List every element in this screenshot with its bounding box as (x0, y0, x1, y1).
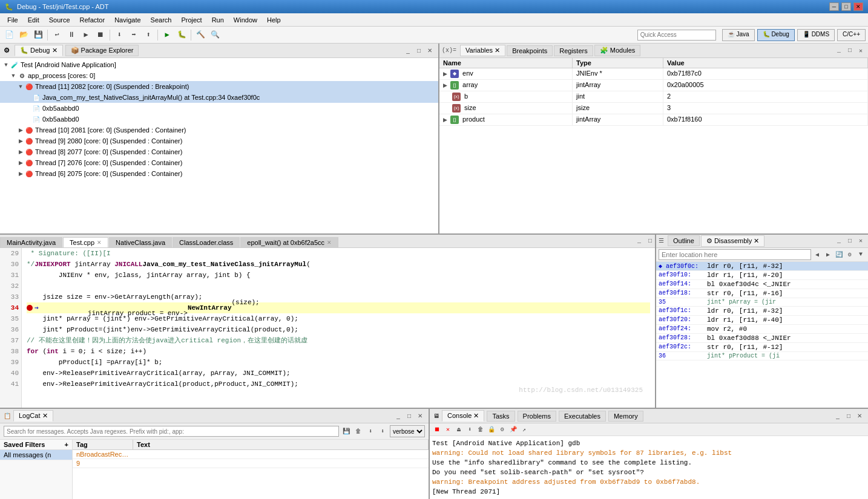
minimize-editor-icon[interactable]: _ (634, 236, 644, 246)
maximize-console-icon[interactable]: □ (844, 411, 853, 421)
logcat-filter-icon[interactable]: ⬇ (378, 426, 387, 436)
logcat-search-input[interactable] (4, 426, 339, 437)
menu-navigate[interactable]: Navigate (110, 15, 145, 25)
debug-resume[interactable]: ▶ (79, 28, 93, 42)
tab-close-icon[interactable]: ✕ (327, 240, 332, 246)
tree-expand-arrow[interactable]: ▶ (17, 138, 24, 144)
maximize-button[interactable]: □ (841, 2, 851, 11)
maximize-outline-icon[interactable]: □ (845, 236, 855, 246)
perspective-cpp[interactable]: C/C++ (837, 29, 866, 41)
minimize-console-icon[interactable]: _ (833, 411, 843, 421)
search-toolbar-button[interactable]: 🔍 (208, 28, 222, 42)
minimize-button[interactable]: ─ (829, 2, 839, 11)
debug-step-into[interactable]: ⬇ (113, 28, 126, 42)
tab-nativeclass[interactable]: NativeClass.java (109, 237, 172, 247)
debug-step-return[interactable]: ↩ (50, 28, 64, 42)
menu-refactor[interactable]: Refactor (75, 15, 110, 25)
logcat-clear-icon[interactable]: 🗑 (353, 426, 363, 436)
disasm-nav-forward[interactable]: ▶ (823, 250, 833, 259)
perspective-debug[interactable]: 🐛 Debug (757, 29, 795, 41)
maximize-editor-icon[interactable]: □ (645, 236, 655, 246)
tree-item-frame-2[interactable]: 📄 0xb5aabbd0 (0, 103, 438, 114)
tree-expand-arrow[interactable]: ▶ (17, 160, 24, 166)
vars-row-array[interactable]: ▶ [] array jintArray 0x20a00005 (439, 80, 868, 91)
tab-testcpp[interactable]: Test.cpp ✕ (63, 237, 108, 247)
disasm-sync-icon[interactable]: 🔄 (834, 250, 844, 259)
minimize-vars-icon[interactable]: _ (834, 46, 844, 56)
debug-tree-view[interactable]: ▼ 🧪 Test [Android Native Application] ▼ … (0, 58, 438, 233)
vars-row-env[interactable]: ▶ ◆ env JNIEnv * 0xb71f87c0 (439, 68, 868, 80)
close-outline-icon[interactable]: ✕ (856, 236, 866, 246)
menu-file[interactable]: File (2, 15, 23, 25)
tab-problems[interactable]: Problems (518, 411, 556, 422)
tab-logcat[interactable]: LogCat ✕ (13, 410, 53, 422)
menu-run[interactable]: Run (207, 15, 229, 25)
window-controls[interactable]: ─ □ ✕ (829, 2, 863, 11)
vars-row-b[interactable]: (x) b jint 2 (439, 91, 868, 103)
row-expand-arrow[interactable]: ▶ (443, 71, 447, 77)
perspective-java[interactable]: ☕ Java (722, 29, 755, 41)
tree-item-thread-10[interactable]: ▶ 🔴 Thread [10] 2081 [core: 0] (Suspende… (0, 125, 438, 135)
tree-item-project[interactable]: ▼ 🧪 Test [Android Native Application] (0, 59, 438, 70)
console-terminate-icon[interactable]: ✕ (443, 425, 453, 434)
tab-outline[interactable]: Outline (668, 235, 700, 246)
console-clear-icon[interactable]: 🗑 (476, 425, 485, 434)
tree-expand-arrow[interactable]: ▶ (17, 171, 24, 177)
console-stop-icon[interactable]: ⏹ (432, 425, 442, 434)
debug-terminate[interactable]: ⏹ (94, 28, 107, 42)
code-content[interactable]: * Signature: ([II)[I */JNIEXPORT jintArr… (22, 248, 655, 408)
tree-item-thread-8[interactable]: ▶ 🔴 Thread [8] 2077 [core: 0] (Suspended… (0, 146, 438, 157)
tree-expand-arrow[interactable]: ▶ (17, 127, 24, 133)
tab-disassembly[interactable]: ⚙ Disassembly ✕ (701, 235, 764, 247)
logcat-save-icon[interactable]: 💾 (341, 426, 351, 436)
new-button[interactable]: 📄 (2, 28, 16, 42)
tab-executables[interactable]: Executables (559, 411, 606, 422)
vars-row-product[interactable]: ▶ [] product jintArray 0xb71f8160 (439, 114, 868, 126)
tab-registers[interactable]: Registers (554, 45, 593, 56)
console-disconnect-icon[interactable]: ⏏ (454, 425, 464, 434)
run-button[interactable]: ▶ (160, 28, 174, 42)
minimize-logcat-icon[interactable]: _ (393, 411, 403, 421)
tree-expand-arrow[interactable]: ▼ (10, 73, 17, 79)
disasm-nav-back[interactable]: ◀ (812, 250, 822, 259)
console-pin-icon[interactable]: 📌 (508, 425, 518, 434)
minimize-outline-icon[interactable]: _ (834, 236, 844, 246)
tab-variables[interactable]: Variables ✕ (460, 45, 505, 56)
add-filter-icon[interactable]: + (65, 441, 68, 448)
disassembly-content[interactable]: ◆ aef30f0c: ldr r0, [r11, #-32] aef30f10… (656, 262, 868, 408)
open-button[interactable]: 📂 (17, 28, 30, 42)
close-button[interactable]: ✕ (853, 2, 863, 11)
maximize-logcat-icon[interactable]: □ (404, 411, 414, 421)
menu-edit[interactable]: Edit (23, 15, 44, 25)
package-explorer-tab[interactable]: 📦 Package Explorer (65, 45, 139, 56)
tree-item-thread-6[interactable]: ▶ 🔴 Thread [6] 2075 [core: 0] (Suspended… (0, 168, 438, 179)
tab-epollwait[interactable]: epoll_wait() at 0xb6f2a5cc ✕ (240, 237, 338, 247)
console-step-icon[interactable]: ⬇ (465, 425, 475, 434)
close-vars-icon[interactable]: ✕ (856, 46, 866, 56)
tree-item-frame-1[interactable]: 📄 Java_com_my_test_NativeClass_jnitArray… (0, 92, 438, 103)
debug-step-return2[interactable]: ⬆ (142, 28, 155, 42)
filter-all-messages[interactable]: All messages (n (0, 450, 72, 460)
tab-mainactivity[interactable]: MainActivity.java (0, 237, 62, 247)
tab-close-icon[interactable]: ✕ (97, 240, 102, 246)
tab-breakpoints[interactable]: Breakpoints (507, 45, 553, 56)
save-button[interactable]: 💾 (31, 28, 45, 42)
tab-tasks[interactable]: Tasks (487, 411, 515, 422)
debug-step-over[interactable]: ➡ (127, 28, 140, 42)
menu-window[interactable]: Window (229, 15, 262, 25)
disasm-settings-icon[interactable]: ⚙ (845, 250, 855, 259)
perspective-ddms[interactable]: 📱 DDMS (797, 29, 835, 41)
tree-item-thread-7[interactable]: ▶ 🔴 Thread [7] 2076 [core: 0] (Suspended… (0, 157, 438, 168)
minimize-panel-icon[interactable]: _ (403, 46, 413, 56)
build-button[interactable]: 🔨 (194, 28, 207, 42)
logcat-scroll-icon[interactable]: ⬇ (366, 426, 375, 436)
maximize-vars-icon[interactable]: □ (845, 46, 855, 56)
close-logcat-icon[interactable]: ✕ (415, 411, 425, 421)
debug-button[interactable]: 🐛 (175, 28, 188, 42)
tree-item-process[interactable]: ▼ ⚙ app_process [cores: 0] (0, 70, 438, 81)
tree-item-thread-9[interactable]: ▶ 🔴 Thread [9] 2080 [core: 0] (Suspended… (0, 135, 438, 146)
tree-expand-arrow[interactable]: ▼ (17, 83, 24, 90)
console-scroll-lock-icon[interactable]: 🔒 (487, 425, 496, 434)
tab-classloader[interactable]: ClassLoader.class (173, 237, 240, 247)
tree-item-thread-11[interactable]: ▼ 🔴 Thread [11] 2082 [core: 0] (Suspende… (0, 81, 438, 92)
